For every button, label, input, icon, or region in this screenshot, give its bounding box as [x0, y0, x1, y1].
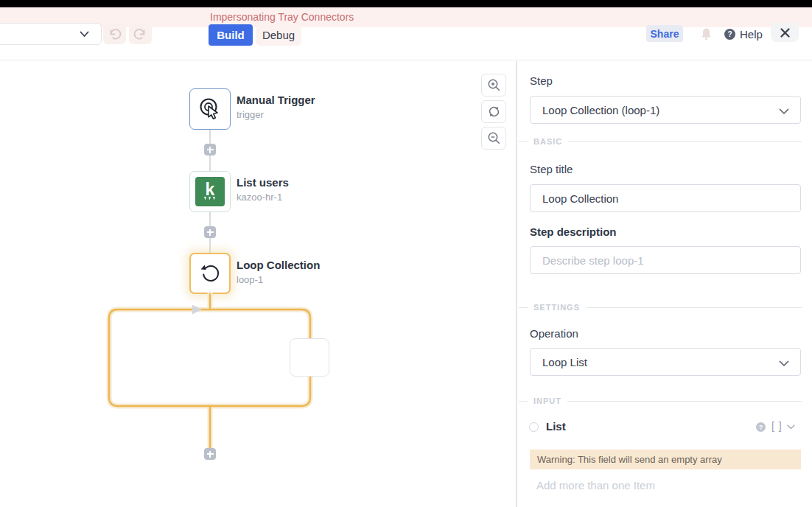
top-black-bar [0, 0, 812, 7]
loop-empty-step-placeholder[interactable] [290, 338, 329, 377]
section-label: BASIC [533, 137, 562, 146]
loop-direction-arrow-icon [192, 305, 202, 315]
share-button[interactable]: Share [646, 25, 683, 42]
field-help-icon[interactable]: ? [756, 422, 766, 432]
node-title: List users [237, 176, 289, 189]
list-empty-hint[interactable]: Add more than one Item [536, 479, 655, 492]
step-description-label: Step description [530, 225, 617, 238]
debug-tab[interactable]: Debug [256, 24, 301, 46]
section-divider-basic: BASIC [519, 137, 802, 146]
close-button[interactable] [771, 23, 799, 42]
chevron-down-icon [80, 31, 89, 38]
add-step-button[interactable] [204, 448, 216, 460]
help-icon: ? [724, 29, 735, 40]
loop-path [103, 287, 339, 468]
step-selector-value: Loop Collection (loop-1) [542, 104, 659, 116]
workflow-selector-dropdown[interactable] [0, 23, 102, 45]
operation-label: Operation [530, 327, 578, 340]
redo-icon [133, 27, 147, 41]
operation-dropdown[interactable]: Loop List [530, 348, 801, 376]
node-title: Loop Collection [237, 259, 320, 271]
chevron-down-icon[interactable] [787, 424, 795, 430]
build-tab[interactable]: Build [209, 24, 253, 46]
zoom-in-icon [487, 78, 501, 92]
node-subtitle: trigger [237, 109, 315, 120]
help-label: Help [740, 28, 763, 41]
warning-text: Warning: This field will send an empty a… [537, 454, 722, 465]
share-button-label: Share [651, 28, 679, 40]
section-label: SETTINGS [533, 303, 580, 312]
field-radio-icon[interactable] [529, 422, 539, 432]
list-field-row: List ? [ ] [517, 419, 812, 437]
section-divider-input: INPUT [519, 396, 802, 405]
step-selector-dropdown[interactable]: Loop Collection (loop-1) [530, 96, 801, 124]
step-title-input[interactable] [530, 184, 801, 212]
chevron-down-icon [779, 360, 789, 367]
zoom-out-icon [487, 131, 501, 145]
zoom-in-button[interactable] [481, 74, 506, 97]
notifications-bell-icon[interactable] [700, 27, 713, 43]
node-subtitle: kazoo-hr-1 [237, 192, 289, 203]
step-description-input[interactable] [530, 246, 801, 274]
node-manual-trigger[interactable] [189, 88, 231, 130]
manual-trigger-icon [197, 97, 223, 122]
build-tab-label: Build [217, 29, 245, 41]
undo-button[interactable] [103, 24, 126, 44]
node-label: Manual Trigger trigger [237, 94, 315, 120]
kazoo-letter: k [206, 183, 215, 197]
node-label: List users kazoo-hr-1 [237, 176, 289, 203]
step-properties-panel: Step Loop Collection (loop-1) BASIC Step… [517, 61, 812, 507]
field-warning-banner: Warning: This field will send an empty a… [530, 450, 801, 469]
undo-icon [108, 27, 122, 41]
workflow-canvas[interactable]: Manual Trigger trigger k List users kazo… [0, 61, 517, 507]
node-subtitle: loop-1 [237, 274, 320, 285]
list-field-label: List [546, 420, 566, 433]
loop-collection-icon [198, 262, 222, 285]
debug-tab-label: Debug [262, 29, 295, 41]
node-label: Loop Collection loop-1 [237, 259, 320, 285]
close-icon [780, 27, 791, 38]
operation-value: Loop List [542, 356, 587, 368]
add-step-button[interactable] [204, 226, 216, 238]
node-title: Manual Trigger [237, 94, 315, 106]
step-title-label: Step title [530, 163, 573, 175]
kazoo-connector-icon: k [195, 177, 225, 206]
zoom-out-button[interactable] [481, 127, 506, 150]
section-divider-settings: SETTINGS [519, 303, 802, 312]
kazoo-triangles [203, 197, 217, 201]
redo-button[interactable] [129, 24, 152, 44]
section-label: INPUT [533, 396, 561, 405]
add-step-button[interactable] [204, 144, 216, 155]
node-list-users[interactable]: k [189, 171, 231, 212]
zoom-reset-button[interactable] [481, 100, 506, 123]
step-label: Step [530, 74, 553, 87]
zoom-reset-icon [487, 105, 501, 119]
chevron-down-icon [779, 108, 789, 115]
help-button[interactable]: ? Help [724, 28, 763, 41]
array-type-icon: [ ] [771, 420, 783, 432]
